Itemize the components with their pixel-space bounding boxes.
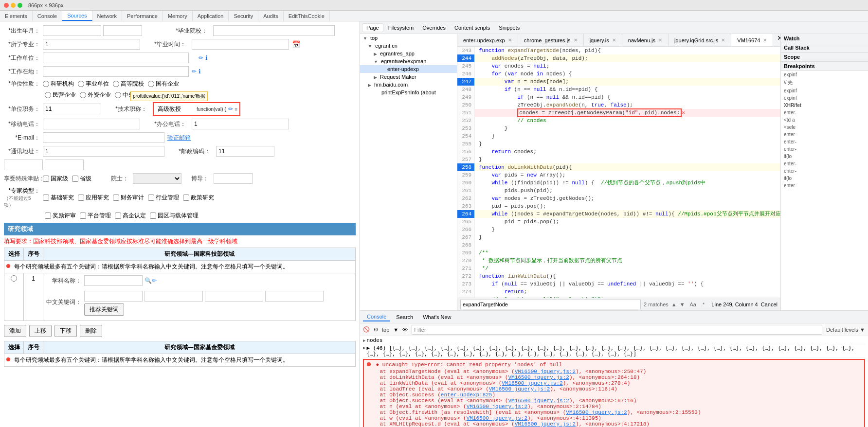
work-addr-input[interactable] — [43, 66, 189, 77]
search-case-icon[interactable]: Aa — [690, 302, 696, 307]
inner-tab-snippets[interactable]: Snippets — [495, 24, 524, 32]
enter-updexp-bp[interactable]: enter- — [781, 109, 868, 116]
tab-editthiscookie[interactable]: EditThisCookie — [284, 11, 330, 21]
cb-provincial[interactable]: 省级 — [72, 175, 91, 183]
tree-top[interactable]: top — [360, 34, 457, 42]
misc-input2[interactable] — [45, 160, 84, 170]
radio-institution[interactable]: 事业单位 — [78, 80, 109, 88]
tree-egrantres[interactable]: egrantres_app — [360, 50, 457, 57]
enter-bp6[interactable]: enter- — [781, 145, 868, 153]
close-tab-iqgrid[interactable]: ✕ — [721, 37, 725, 43]
enter-bp4[interactable]: enter- — [781, 131, 868, 138]
bp-expand-item[interactable]: expinf — [781, 71, 868, 78]
doctor-input[interactable] — [214, 173, 253, 184]
console-eye-icon[interactable]: 👁 — [402, 327, 408, 333]
search-up-icon[interactable]: ▲ — [671, 302, 677, 307]
close-tab-enter[interactable]: ✕ — [508, 37, 512, 43]
tree-request-maker[interactable]: Request Maker — [360, 73, 457, 81]
radio-university[interactable]: 高等院校 — [113, 80, 144, 88]
code-tab-iqgrid[interactable]: jquery.iqGrid.src.js ✕ — [669, 34, 731, 46]
code-tab-jquery[interactable]: jquery.is ✕ — [584, 34, 622, 46]
inner-tab-content[interactable]: Content scripts — [451, 24, 494, 32]
tree-printexp[interactable]: printExpPsnInfo (about — [360, 89, 457, 96]
tab-audits[interactable]: Audits — [258, 11, 284, 21]
search-regex-icon[interactable]: .* — [701, 302, 705, 307]
cb-applied[interactable]: 应用研究 — [78, 194, 109, 202]
enter-bp10[interactable]: if(lo — [781, 175, 868, 182]
bp-item2[interactable]: // 先 — [781, 78, 868, 87]
inner-tab-filesystem[interactable]: Filesystem — [384, 24, 418, 32]
tree-egrant[interactable]: egrant.cn — [360, 42, 457, 50]
subject-input[interactable] — [84, 275, 143, 286]
row-radio-cell[interactable] — [4, 273, 24, 321]
console-levels[interactable]: Default levels ▼ — [826, 327, 865, 333]
close-tab-vm[interactable]: ✕ — [763, 37, 767, 43]
kw-input-3[interactable] — [205, 291, 263, 302]
postcode-input[interactable] — [216, 146, 274, 157]
nodes-expand[interactable] — [363, 338, 365, 343]
info2-icon[interactable]: ℹ — [199, 68, 201, 75]
cb-audit[interactable]: 财务审计 — [113, 194, 144, 202]
cb-park[interactable]: 园区与载体管理 — [150, 212, 199, 220]
grad-school-input[interactable] — [213, 25, 335, 36]
subject-edit-icon[interactable]: ✏ — [152, 277, 157, 284]
enter-bp7[interactable]: if(lo — [781, 153, 868, 160]
radio-state[interactable]: 国有企业 — [148, 80, 179, 88]
inner-tab-overrides[interactable]: Overrides — [418, 24, 450, 32]
radio-research[interactable]: 科研机构 — [43, 80, 74, 88]
console-tab-console[interactable]: Console — [363, 313, 390, 321]
office-phone-input[interactable] — [192, 119, 289, 129]
cb-national[interactable]: 国家级 — [43, 175, 68, 183]
tab-security[interactable]: Security — [229, 11, 258, 21]
search-cancel-btn[interactable]: Cancel — [761, 302, 778, 307]
birth-month-input[interactable] — [103, 25, 142, 36]
cb-hitech[interactable]: 高企认定 — [115, 212, 146, 220]
enter-bp2[interactable]: <td a — [781, 116, 868, 124]
cb-policy[interactable]: 政策研究 — [183, 194, 214, 202]
tab-network[interactable]: Network — [92, 11, 122, 21]
tree-enter-updexp[interactable]: enter-updexp — [360, 65, 457, 73]
tech-title-menu-icon[interactable]: ≡ — [235, 107, 238, 112]
info-icon[interactable]: ℹ — [205, 54, 208, 61]
tech-title-input[interactable] — [156, 104, 195, 114]
kw-input-1[interactable] — [84, 291, 143, 302]
code-tab-navmenu[interactable]: navMenu.js ✕ — [622, 34, 669, 46]
bp-item3[interactable]: expinf — [781, 87, 868, 94]
cb-platform[interactable]: 平台管理 — [80, 212, 111, 220]
cb-award[interactable]: 奖励评审 — [45, 212, 76, 220]
radio-private[interactable]: 民营企业 — [45, 91, 76, 99]
console-filter-icon[interactable]: ⊙ — [374, 326, 378, 333]
inner-tab-page[interactable]: Page — [362, 23, 383, 32]
close-tab-chrome[interactable]: ✕ — [574, 37, 578, 43]
enter-bp5[interactable]: enter- — [781, 138, 868, 145]
console-context[interactable]: top — [382, 327, 389, 333]
delete-btn[interactable]: 删除 — [80, 325, 102, 337]
calendar-icon[interactable]: 📅 — [292, 40, 300, 48]
code-editor[interactable]: 243 function expandTargetNode(nodes, pid… — [457, 47, 780, 298]
kw-input-2[interactable] — [145, 291, 203, 302]
enter-bp3[interactable]: <sele — [781, 124, 868, 131]
subject-search-icon[interactable]: 🔍 — [145, 277, 152, 284]
code-tab-enter[interactable]: enter-updexp.exp ✕ — [457, 34, 518, 46]
move-down-btn[interactable]: 下移 — [54, 325, 77, 337]
search-down-icon[interactable]: ▼ — [680, 302, 685, 307]
edit2-icon[interactable]: ✏ — [192, 68, 197, 75]
array-expand[interactable] — [363, 345, 365, 351]
console-clear-icon[interactable]: 🚫 — [363, 326, 370, 333]
tab-application[interactable]: Application — [193, 11, 229, 21]
work-unit-input[interactable] — [43, 53, 189, 63]
tab-console[interactable]: Console — [33, 11, 62, 21]
misc-input1[interactable] — [4, 160, 43, 170]
bp-item4[interactable]: expinf — [781, 94, 868, 102]
kw-input-4[interactable] — [265, 291, 324, 302]
mobile-input[interactable] — [43, 119, 140, 129]
tab-memory[interactable]: Memory — [163, 11, 193, 21]
enter-bp9[interactable]: enter- — [781, 167, 868, 175]
tab-sources[interactable]: Sources — [62, 11, 92, 21]
enter-bp8[interactable]: enter- — [781, 160, 868, 167]
grad-time-input[interactable] — [192, 39, 289, 50]
suggest-btn[interactable]: 推荐关键词 — [84, 303, 124, 316]
verify-email-link[interactable]: 验证邮箱 — [167, 134, 191, 142]
console-tab-search[interactable]: Search — [392, 313, 417, 321]
code-tab-vm[interactable]: VM16674 ✕ — [731, 34, 773, 46]
